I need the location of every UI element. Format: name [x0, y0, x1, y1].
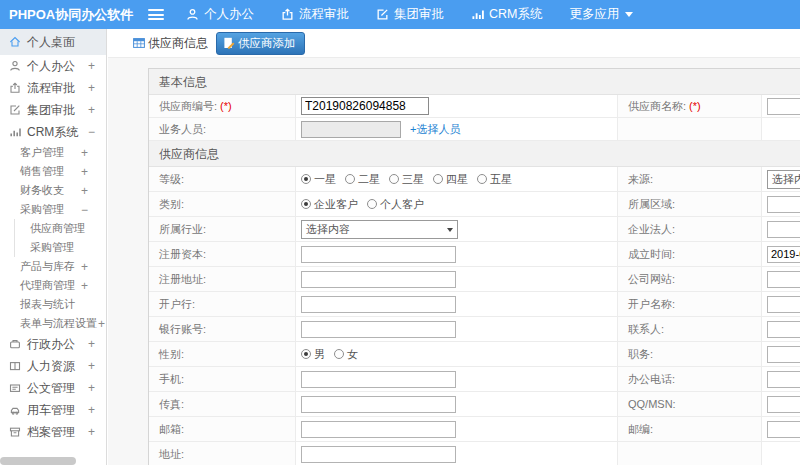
sidebar-item-vehicle-mgmt[interactable]: 用车管理+	[0, 399, 106, 421]
user-icon	[9, 60, 21, 72]
hamburger-icon[interactable]	[148, 9, 164, 20]
level-radio-1star[interactable]: 一星	[301, 172, 336, 187]
office-phone-input[interactable]	[767, 371, 800, 388]
sidebar-item-personal-desktop[interactable]: 个人桌面	[0, 29, 106, 55]
industry-label: 所属行业:	[159, 223, 206, 235]
sidebar-item-supplier-mgmt[interactable]: 供应商管理	[14, 219, 106, 238]
contact-label: 联系人:	[628, 323, 664, 335]
nav-flow-approve[interactable]: 流程审批	[281, 6, 349, 23]
horizontal-scrollbar-thumb[interactable]	[0, 457, 76, 465]
website-label: 公司网站:	[628, 273, 675, 285]
region-input[interactable]	[767, 196, 800, 213]
staff-input[interactable]	[301, 121, 401, 138]
form-row: 供应商编号:(*) 供应商名称:(*)	[149, 95, 800, 118]
required-mark: (*)	[689, 100, 701, 112]
caret-down-icon	[625, 12, 633, 17]
sidebar-item-finance[interactable]: 财务收支+	[0, 181, 106, 200]
sidebar-item-group-approve[interactable]: 集团审批+	[0, 99, 106, 121]
sidebar-item-hr[interactable]: 人力资源+	[0, 355, 106, 377]
level-radio-2star[interactable]: 二星	[345, 172, 380, 187]
form-row: 等级: 一星 二星 三星 四星 五星 来源: 选择内容	[149, 167, 800, 192]
radio-icon	[433, 174, 443, 184]
supplier-code-input[interactable]	[301, 97, 429, 115]
group-approve-icon	[9, 104, 21, 116]
qq-msn-input[interactable]	[767, 396, 800, 413]
zip-input[interactable]	[767, 421, 800, 438]
sidebar-item-product-stock[interactable]: 产品与库存+	[0, 257, 106, 276]
tab-supplier-info[interactable]: 供应商信息	[133, 35, 208, 52]
form-row: 传真: QQ/MSN:	[149, 392, 800, 417]
position-label: 职务:	[628, 348, 653, 360]
sidebar-item-purchase-sub[interactable]: 采购管理	[14, 238, 106, 257]
archive-icon	[9, 426, 21, 438]
hr-card-icon	[9, 360, 21, 372]
flow-approve-icon	[281, 8, 294, 21]
radio-icon	[301, 349, 311, 359]
briefcase-icon	[9, 338, 21, 350]
registered-capital-input[interactable]	[301, 246, 456, 263]
position-input[interactable]	[767, 346, 800, 363]
qq-msn-label: QQ/MSN:	[628, 398, 676, 410]
sidebar-item-form-flow-settings[interactable]: 表单与流程设置+	[0, 314, 106, 333]
category-radio-personal[interactable]: 个人客户	[367, 197, 424, 212]
account-name-input[interactable]	[767, 296, 800, 313]
select-staff-link[interactable]: +选择人员	[410, 122, 460, 137]
radio-icon	[301, 174, 311, 184]
industry-select[interactable]: 选择内容	[301, 220, 458, 239]
gender-radio-female[interactable]: 女	[334, 347, 358, 362]
nav-personal-office[interactable]: 个人办公	[186, 6, 254, 23]
level-radio-3star[interactable]: 三星	[389, 172, 424, 187]
supplier-name-input[interactable]	[767, 98, 800, 115]
sidebar-item-doc-mgmt[interactable]: 公文管理+	[0, 377, 106, 399]
level-radio-5star[interactable]: 五星	[477, 172, 512, 187]
sidebar-item-customer-mgmt[interactable]: 客户管理+	[0, 143, 106, 162]
flow-approve-icon	[9, 82, 21, 94]
bank-account-input[interactable]	[301, 321, 456, 338]
website-input[interactable]	[767, 271, 800, 288]
address-input[interactable]	[301, 446, 456, 463]
email-input[interactable]	[301, 421, 456, 438]
category-radio-enterprise[interactable]: 企业客户	[301, 197, 358, 212]
contact-input[interactable]	[767, 321, 800, 338]
tab-supplier-add[interactable]: 供应商添加	[216, 32, 305, 55]
bank-input[interactable]	[301, 296, 456, 313]
office-phone-label: 办公电话:	[628, 373, 675, 385]
form-row: 银行账号: 联系人:	[149, 317, 800, 342]
supplier-code-label: 供应商编号:	[159, 100, 217, 112]
staff-label: 业务人员:	[159, 123, 206, 135]
sidebar-item-reports[interactable]: 报表与统计	[0, 295, 106, 314]
nav-crm-system[interactable]: CRM系统	[471, 6, 542, 23]
sidebar-item-crm-system[interactable]: CRM系统−	[0, 121, 106, 143]
gender-label: 性别:	[159, 348, 184, 360]
sidebar-item-sales-mgmt[interactable]: 销售管理+	[0, 162, 106, 181]
form-row: 手机: 办公电话:	[149, 367, 800, 392]
sidebar-item-admin-office[interactable]: 行政办公+	[0, 333, 106, 355]
top-header: PHPOA协同办公软件 个人办公 流程审批 集团审批 CRM系统 更多应用	[0, 0, 800, 29]
source-label: 来源:	[628, 173, 653, 185]
sidebar-item-agent-mgmt[interactable]: 代理商管理+	[0, 276, 106, 295]
sidebar-item-personal-office[interactable]: 个人办公+	[0, 55, 106, 77]
home-icon	[9, 36, 21, 48]
level-radio-4star[interactable]: 四星	[433, 172, 468, 187]
form-row: 业务人员: +选择人员	[149, 118, 800, 141]
group-approve-icon	[376, 8, 389, 21]
mobile-input[interactable]	[301, 371, 456, 388]
zip-label: 邮编:	[628, 423, 653, 435]
sidebar-item-flow-approve[interactable]: 流程审批+	[0, 77, 106, 99]
nav-more-apps[interactable]: 更多应用	[569, 6, 633, 23]
legal-person-input[interactable]	[767, 221, 800, 238]
fax-input[interactable]	[301, 396, 456, 413]
registered-address-input[interactable]	[301, 271, 456, 288]
form-row: 性别: 男 女 职务:	[149, 342, 800, 367]
nav-group-approve[interactable]: 集团审批	[376, 6, 444, 23]
source-select[interactable]: 选择内容	[767, 170, 800, 189]
established-input[interactable]	[767, 246, 800, 263]
radio-icon	[345, 174, 355, 184]
category-radio-group: 企业客户 个人客户	[296, 192, 618, 216]
car-icon	[9, 404, 21, 416]
form-row: 注册地址: 公司网站:	[149, 267, 800, 292]
sidebar-item-purchase-mgmt[interactable]: 采购管理−	[0, 200, 106, 219]
gender-radio-male[interactable]: 男	[301, 347, 325, 362]
form-row: 所属行业: 选择内容 企业法人:	[149, 217, 800, 242]
sidebar-item-archive-mgmt[interactable]: 档案管理+	[0, 421, 106, 443]
